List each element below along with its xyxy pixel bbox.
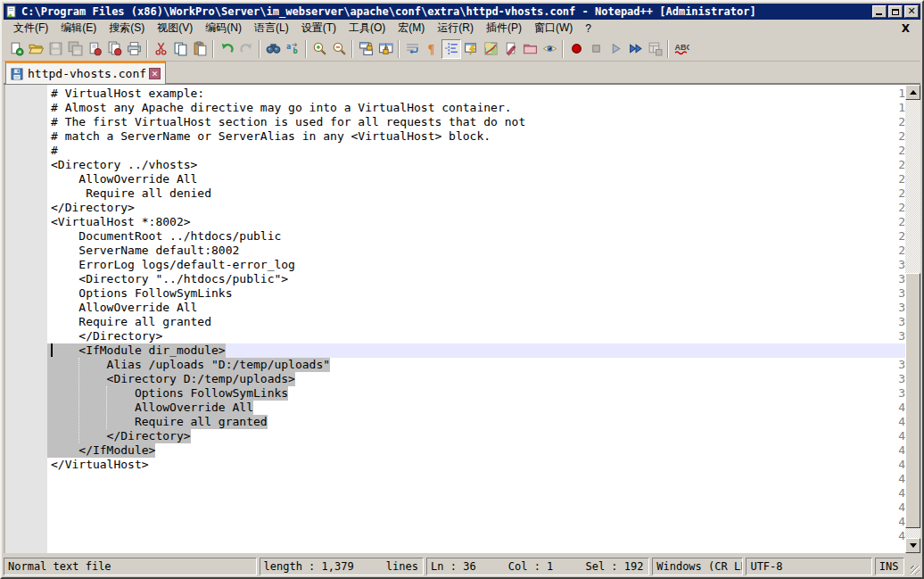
code-line[interactable]: DocumentRoot ../htdocs/public — [47, 229, 905, 244]
replace-icon[interactable]: ab — [283, 39, 302, 59]
code-line[interactable]: # — [47, 144, 905, 158]
document-list-icon[interactable] — [500, 39, 520, 59]
code-line[interactable]: Require all granted — [47, 415, 905, 429]
tab-httpd-vhosts[interactable]: httpd-vhosts.conf ✕ — [5, 61, 166, 84]
zoom-out-icon[interactable] — [329, 39, 349, 59]
menu-item[interactable]: 设置(T) — [295, 19, 342, 37]
menu-item[interactable]: 编辑(E) — [54, 19, 103, 37]
save-all-icon[interactable] — [65, 39, 85, 59]
file-monitoring-icon[interactable] — [540, 39, 559, 59]
code-line[interactable]: </Directory> — [47, 201, 905, 215]
paste-icon[interactable] — [190, 39, 210, 59]
undo-icon[interactable] — [217, 39, 236, 59]
code-line[interactable]: # match a ServerName or ServerAlias in a… — [47, 129, 905, 144]
menu-item[interactable]: 宏(M) — [392, 19, 431, 37]
code-line[interactable]: </Directory> — [47, 329, 905, 343]
cut-icon[interactable] — [151, 39, 170, 59]
code-line[interactable]: # Almost any Apache directive may go int… — [47, 101, 905, 115]
resize-grip[interactable] — [907, 558, 920, 575]
code-line[interactable]: Require all granted — [47, 315, 905, 329]
status-doc-type[interactable]: Normal text file — [4, 558, 257, 575]
code-line[interactable]: AllowOverride All — [47, 401, 905, 415]
vertical-scrollbar[interactable] — [905, 85, 920, 553]
new-file-icon[interactable] — [6, 39, 26, 59]
code-line[interactable]: <IfModule dir_module> — [47, 343, 905, 358]
minimize-button[interactable] — [872, 5, 887, 18]
word-wrap-icon[interactable] — [402, 39, 422, 59]
code-line[interactable]: ErrorLog logs/default-error_log — [47, 258, 905, 272]
show-all-characters-icon[interactable]: ¶ — [422, 39, 441, 59]
macro-stop-icon[interactable] — [586, 39, 606, 59]
menu-item[interactable]: 运行(R) — [431, 19, 480, 37]
macro-save-icon[interactable] — [645, 39, 664, 59]
print-icon[interactable] — [124, 39, 144, 59]
code-line[interactable] — [47, 486, 905, 500]
code-line[interactable]: Options FollowSymLinks — [47, 386, 905, 401]
copy-icon[interactable] — [170, 39, 190, 59]
close-file-icon[interactable] — [85, 39, 104, 59]
menu-item[interactable]: ? — [579, 21, 598, 37]
code-line[interactable]: Require all denied — [47, 186, 905, 201]
indent-guide-line — [78, 358, 80, 443]
code-line[interactable]: AllowOverride All — [47, 301, 905, 315]
macro-run-multiple-icon[interactable] — [625, 39, 645, 59]
tab-close-icon[interactable]: ✕ — [149, 68, 161, 79]
title-bar[interactable]: C:\Program Files (x86)\WorkPro\Server\im… — [4, 4, 920, 20]
maximize-button[interactable] — [888, 5, 903, 18]
menu-item[interactable]: 语言(L) — [248, 19, 295, 37]
toolbar-separator — [305, 40, 307, 58]
text-area[interactable]: # VirtualHost example:# Almost any Apach… — [47, 85, 905, 553]
scroll-up-button[interactable] — [905, 85, 920, 100]
code-line[interactable]: AllowOverride All — [47, 172, 905, 186]
toolbar-separator — [146, 40, 148, 58]
open-file-icon[interactable] — [26, 39, 45, 59]
menu-item[interactable]: 搜索(S) — [103, 19, 151, 37]
code-line[interactable]: Options FollowSymLinks — [47, 286, 905, 301]
close-all-icon[interactable] — [104, 39, 124, 59]
status-cursor-position[interactable]: Ln : 36 Col : 1 Sel : 192 | 8 — [426, 558, 649, 575]
macro-play-icon[interactable] — [606, 39, 625, 59]
code-line[interactable]: # The first VirtualHost section is used … — [47, 115, 905, 129]
code-line[interactable] — [47, 515, 905, 529]
code-line[interactable] — [47, 500, 905, 515]
save-icon[interactable] — [45, 39, 65, 59]
spell-check-icon[interactable]: ABC — [672, 39, 691, 59]
menu-item[interactable]: 编码(N) — [199, 19, 248, 37]
code-line[interactable]: </Directory> — [47, 429, 905, 443]
scrollbar-thumb[interactable] — [905, 273, 920, 528]
code-line[interactable]: # VirtualHost example: — [47, 87, 905, 101]
code-line[interactable]: ServerName default:8002 — [47, 244, 905, 258]
macro-record-icon[interactable] — [566, 39, 586, 59]
code-line[interactable]: </VirtualHost> — [47, 458, 905, 472]
close-button[interactable]: ✕ — [904, 5, 919, 18]
sync-horizontal-scroll-icon[interactable] — [375, 39, 395, 59]
status-encoding[interactable]: UTF-8 — [746, 558, 871, 575]
code-line[interactable]: <Directory "../htdocs/public"> — [47, 272, 905, 286]
code-line[interactable] — [47, 529, 905, 543]
code-line[interactable]: <Directory D:/temp/uploads> — [47, 372, 905, 386]
menu-item[interactable]: 文件(F) — [7, 19, 54, 37]
line-number-margin[interactable]: 1819202122232425262728293031323334353637… — [4, 85, 47, 553]
code-line[interactable]: </IfModule> — [47, 443, 905, 458]
status-eol-format[interactable]: Windows (CR LF) — [652, 558, 743, 575]
code-line[interactable] — [47, 472, 905, 486]
menubar-close-icon[interactable]: X — [898, 22, 913, 35]
scroll-down-button[interactable] — [905, 538, 920, 553]
document-map-icon[interactable] — [481, 39, 500, 59]
menu-item[interactable]: 工具(O) — [342, 19, 392, 37]
menu-item[interactable]: 视图(V) — [151, 19, 199, 37]
zoom-in-icon[interactable] — [309, 39, 329, 59]
code-line[interactable]: <VirtualHost *:8002> — [47, 215, 905, 229]
menu-item[interactable]: 插件(P) — [480, 19, 528, 37]
menu-item[interactable]: 窗口(W) — [528, 19, 579, 37]
folder-as-workspace-icon[interactable] — [520, 39, 540, 59]
user-defined-dialog-icon[interactable] — [461, 39, 481, 59]
sync-vertical-scroll-icon[interactable] — [356, 39, 375, 59]
code-line[interactable]: <Directory ../vhosts> — [47, 158, 905, 172]
find-icon[interactable] — [263, 39, 283, 59]
status-insert-mode[interactable]: INS — [875, 558, 905, 575]
code-line[interactable]: Alias /uploads "D:/temp/uploads" — [47, 358, 905, 372]
show-indent-guide-icon[interactable] — [441, 39, 461, 59]
status-length-lines[interactable]: length : 1,379 lines : 49 — [260, 558, 425, 575]
redo-icon[interactable] — [236, 39, 256, 59]
